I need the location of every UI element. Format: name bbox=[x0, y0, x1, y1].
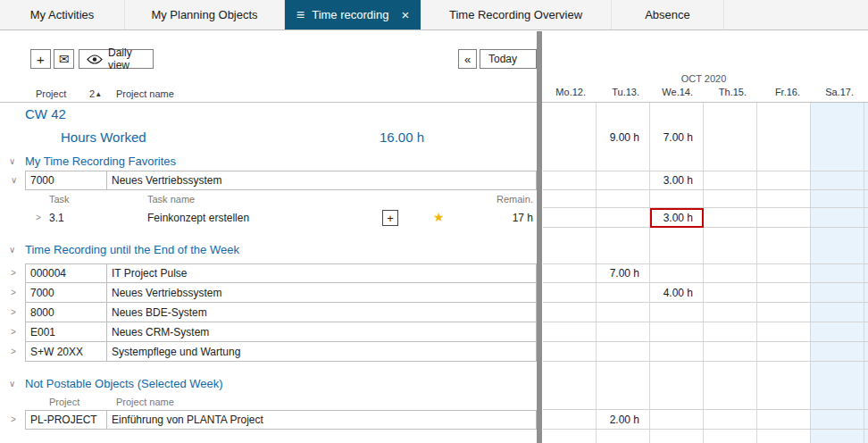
tab-time-recording-overview[interactable]: Time Recording Overview bbox=[421, 0, 612, 29]
tab-bar-filler bbox=[724, 0, 868, 29]
add-button[interactable]: + bbox=[30, 49, 51, 69]
chevron-down-icon[interactable]: ∨ bbox=[9, 157, 15, 166]
project-name-cell[interactable]: Neues BDE-System bbox=[107, 303, 537, 322]
day-header-mo12[interactable]: Mo.12. bbox=[543, 87, 597, 102]
tab-time-recording[interactable]: ≡ Time recording × bbox=[285, 0, 421, 29]
day-grid-line bbox=[543, 394, 868, 410]
project-name-cell[interactable]: IT Project Pulse bbox=[107, 263, 537, 283]
chevron-right-icon[interactable]: > bbox=[11, 415, 16, 424]
back-icon: « bbox=[464, 53, 471, 66]
chevron-down-icon[interactable]: ∨ bbox=[11, 176, 17, 185]
project-name-cell[interactable]: Einführung von PLANTA Project bbox=[107, 410, 537, 430]
favorite-star-icon[interactable]: ★ bbox=[433, 211, 445, 223]
day-header-sa17[interactable]: Sa.17. bbox=[811, 87, 864, 102]
sort-indicator[interactable]: 2▲ bbox=[89, 88, 102, 99]
day-grid-line bbox=[543, 322, 868, 342]
day-value-we14[interactable]: 3.00 h bbox=[650, 171, 704, 190]
chevron-right-icon[interactable]: > bbox=[11, 347, 16, 356]
project-id-cell[interactable]: 7000 bbox=[25, 171, 107, 190]
project-id: 7000 bbox=[30, 174, 54, 187]
section-title-week[interactable]: Time Recording until the End of the Week bbox=[25, 240, 239, 260]
day-grid-line bbox=[543, 303, 868, 322]
tab-label: Time Recording Overview bbox=[449, 8, 582, 21]
project-id: 7000 bbox=[30, 287, 54, 299]
daily-view-button[interactable]: Daily view bbox=[79, 49, 154, 69]
section-favorites: ∨ My Time Recording Favorites bbox=[0, 153, 868, 171]
project-id-cell[interactable]: E001 bbox=[25, 322, 107, 342]
project-id: PL-PROJECT bbox=[30, 414, 97, 426]
project-row: > S+W 20XX Systempflege und Wartung bbox=[0, 342, 868, 362]
chevron-right-icon[interactable]: > bbox=[11, 269, 16, 278]
today-label: Today bbox=[488, 53, 517, 65]
section-week: ∨ Time Recording until the End of the We… bbox=[0, 240, 868, 260]
section-title-favorites[interactable]: My Time Recording Favorites bbox=[25, 153, 176, 171]
task-id[interactable]: 3.1 bbox=[49, 208, 64, 228]
time-recording-app: My Activities My Planning Objects ≡ Time… bbox=[0, 0, 868, 443]
project-name-cell[interactable]: Systempflege und Wartung bbox=[107, 342, 537, 362]
column-header-project[interactable]: Project bbox=[36, 88, 66, 99]
project-name-header: Project name bbox=[116, 397, 174, 407]
project-name: IT Project Pulse bbox=[112, 267, 187, 280]
sort-asc-icon: ▲ bbox=[95, 90, 102, 98]
spacer bbox=[0, 362, 868, 374]
project-row: > 7000 Neues Vertriebssystem 4.00 h bbox=[0, 283, 868, 303]
task-row: > 3.1 Feinkonzept erstellen + ★ 17 h 3.0… bbox=[0, 208, 868, 228]
day-header-th15[interactable]: Th.15. bbox=[704, 87, 757, 102]
chevron-right-icon[interactable]: > bbox=[36, 213, 41, 222]
day-header-we14[interactable]: We.14. bbox=[650, 87, 704, 102]
task-header: Task bbox=[49, 194, 70, 205]
project-id: E001 bbox=[30, 326, 55, 339]
menu-icon[interactable]: ≡ bbox=[296, 8, 305, 22]
section-title-not-postable[interactable]: Not Postable Objects (Selected Week) bbox=[25, 374, 223, 394]
calendar-week-label: CW 42 bbox=[25, 103, 66, 126]
chevron-right-icon[interactable]: > bbox=[11, 308, 16, 317]
day-value-tu13[interactable]: 7.00 h bbox=[597, 263, 650, 283]
chevron-down-icon[interactable]: ∨ bbox=[9, 246, 15, 255]
project-row: > 000004 IT Project Pulse 7.00 h bbox=[0, 263, 868, 283]
project-row: > 8000 Neues BDE-System bbox=[0, 303, 868, 322]
previous-week-button[interactable]: « bbox=[458, 49, 477, 69]
tab-my-activities[interactable]: My Activities bbox=[0, 0, 125, 29]
project-name-cell[interactable]: Neues Vertriebssystem bbox=[107, 171, 537, 190]
day-value-tu13[interactable]: 2.00 h bbox=[597, 410, 650, 430]
project-id-cell[interactable]: 8000 bbox=[25, 303, 107, 322]
tab-label: My Planning Objects bbox=[151, 8, 257, 21]
tab-label: Time recording bbox=[312, 8, 388, 21]
chevron-right-icon[interactable]: > bbox=[11, 328, 16, 337]
day-header-fr16[interactable]: Fr.16. bbox=[757, 87, 811, 102]
day-grid-line bbox=[543, 342, 868, 362]
add-time-button[interactable]: + bbox=[382, 210, 398, 226]
project-id: 8000 bbox=[30, 306, 54, 319]
project-name-cell[interactable]: Neues Vertriebssystem bbox=[107, 283, 537, 303]
tab-absence[interactable]: Absence bbox=[612, 0, 724, 29]
task-header-row: Task Task name Remain. bbox=[0, 190, 868, 208]
project-id-cell[interactable]: PL-PROJECT bbox=[25, 410, 107, 430]
hours-worked-label: Hours Worked bbox=[61, 126, 146, 149]
day-value-we14[interactable]: 4.00 h bbox=[650, 283, 704, 303]
daily-view-label: Daily view bbox=[108, 46, 146, 71]
envelope-icon: ✉ bbox=[59, 52, 70, 66]
project-id-cell[interactable]: S+W 20XX bbox=[25, 342, 107, 362]
project-id: S+W 20XX bbox=[30, 346, 83, 358]
hours-worked-we14: 7.00 h bbox=[650, 126, 704, 149]
project-name: Neues BDE-System bbox=[112, 306, 207, 319]
project-name-cell[interactable]: Neues CRM-System bbox=[107, 322, 537, 342]
project-row: > E001 Neues CRM-System bbox=[0, 322, 868, 342]
project-name: Neues Vertriebssystem bbox=[112, 287, 221, 299]
chevron-right-icon[interactable]: > bbox=[11, 288, 16, 297]
day-grid-line bbox=[543, 190, 868, 208]
favorites-project-row: ∨ 7000 Neues Vertriebssystem 3.00 h bbox=[0, 171, 868, 190]
highlighted-day-value-we14[interactable]: 3.00 h bbox=[650, 208, 704, 228]
project-id-cell[interactable]: 7000 bbox=[25, 283, 107, 303]
task-name[interactable]: Feinkonzept erstellen bbox=[147, 208, 249, 228]
column-header-project-name[interactable]: Project name bbox=[116, 88, 174, 99]
panel-splitter[interactable] bbox=[537, 31, 542, 443]
close-icon[interactable]: × bbox=[401, 8, 409, 21]
project-name: Neues Vertriebssystem bbox=[112, 174, 221, 187]
today-button[interactable]: Today bbox=[480, 49, 537, 69]
mail-button[interactable]: ✉ bbox=[54, 49, 74, 69]
chevron-down-icon[interactable]: ∨ bbox=[9, 380, 15, 389]
day-header-tu13[interactable]: Tu.13. bbox=[597, 87, 650, 102]
project-id-cell[interactable]: 000004 bbox=[25, 263, 107, 283]
tab-my-planning-objects[interactable]: My Planning Objects bbox=[125, 0, 285, 29]
